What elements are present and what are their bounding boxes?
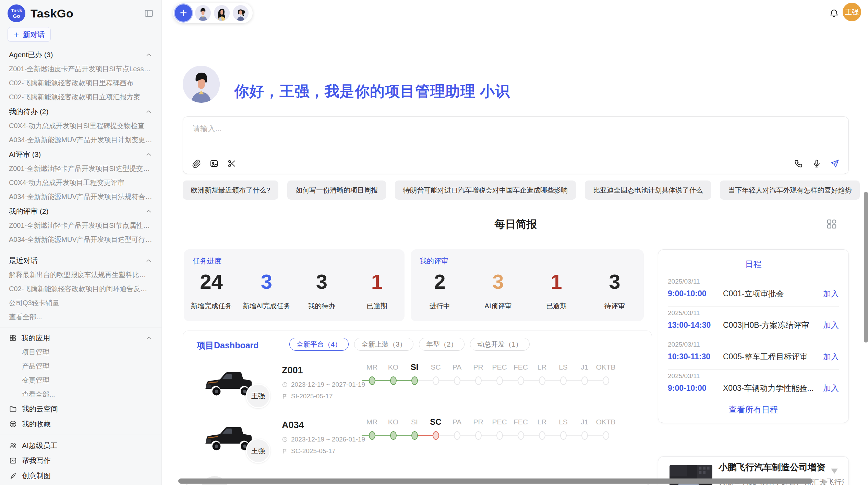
sidebar-item[interactable]: 查看全部...	[0, 310, 161, 324]
sidebar-section-header[interactable]: AI评审 (3)	[0, 147, 161, 162]
chevron-up-icon	[145, 51, 153, 59]
join-link[interactable]: 加入	[823, 320, 839, 331]
new-chat-label: 新对话	[23, 30, 45, 39]
milestone-label: MR	[361, 415, 383, 429]
user-avatar[interactable]: 王强	[843, 3, 861, 21]
event-time: 9:00-10:00	[668, 289, 713, 298]
bell-icon[interactable]	[829, 8, 839, 18]
layout-grid-icon[interactable]	[825, 218, 838, 230]
flag-icon	[282, 393, 288, 399]
sidebar-section-header[interactable]: 最近对话	[0, 253, 161, 268]
sidebar-item[interactable]: A034-全新新能源MUV产品开发项目法规符合性评审	[0, 190, 161, 204]
paperclip-icon[interactable]	[192, 159, 201, 168]
add-assistant-button[interactable]: +	[175, 4, 192, 22]
sidebar-item[interactable]: 解释最新出台的欧盟报废车法规再生塑料比例被调至15%...	[0, 268, 161, 282]
assistant-avatar-1[interactable]	[195, 5, 211, 21]
stat-card-title: 我的评审	[420, 256, 448, 266]
sidebar-item-AI超级员工[interactable]: AI超级员工	[0, 438, 161, 453]
chevron-up-icon	[145, 257, 153, 264]
dashboard-filter[interactable]: 动总开发（1）	[470, 338, 529, 351]
send-icon[interactable]	[830, 159, 840, 168]
schedule-event: 2025/03/119:00-10:00C001-立项审批会加入	[658, 275, 848, 307]
project-dates-text: 2023-12-19 ~ 2027-01-19	[291, 381, 365, 388]
event-name: C005-整车工程目标评审	[723, 351, 823, 362]
sidebar-item[interactable]: 项目管理	[0, 345, 161, 359]
sidebar-item[interactable]: Z001-全新燃油皮卡产品开发项目SI节点Lesson Learn报告	[0, 62, 161, 76]
join-link[interactable]: 加入	[823, 288, 839, 299]
sidebar-item[interactable]: 变更管理	[0, 373, 161, 387]
app-logo-text-bottom: Go	[13, 13, 20, 19]
sidebar-item[interactable]: C02-飞腾新能源轻客改款项目的闭环通告反馈情况	[0, 282, 161, 296]
divider	[0, 327, 161, 327]
milestone-label: KO	[383, 415, 404, 429]
milestone-dot	[560, 376, 567, 385]
sidebar-item[interactable]: 查看全部...	[0, 387, 161, 401]
suggestion-chip[interactable]: 特朗普可能对进口汽车增税会对中国车企造成哪些影响	[395, 181, 576, 200]
chat-composer	[183, 116, 849, 174]
sidebar-item-帮我写作[interactable]: 帮我写作	[0, 453, 161, 468]
sidebar-section-header[interactable]: 我的应用	[0, 331, 161, 345]
chat-input[interactable]	[193, 124, 775, 146]
milestone: FEC	[510, 360, 531, 401]
assistant-greeting-avatar	[183, 66, 220, 103]
sidebar-section-header[interactable]: 我的评审 (2)	[0, 204, 161, 219]
horizontal-scrollbar[interactable]	[178, 478, 812, 484]
dashboard-filter[interactable]: 全新上装（3）	[354, 338, 413, 351]
milestone: OKTB	[595, 360, 616, 401]
milestone: MR	[361, 415, 383, 456]
sidebar-item[interactable]: C0X4-动力总成开发项目SI里程碑提交物检查	[0, 119, 161, 133]
dashboard-filter[interactable]: 年型（2）	[419, 338, 465, 351]
sidebar-item[interactable]: A034-全新新能源MUV产品开发项目造型可行性评审	[0, 233, 161, 247]
sidebar-item-创意制图[interactable]: 创意制图	[0, 468, 161, 483]
join-link[interactable]: 加入	[823, 351, 839, 362]
scroll-down-arrow-icon[interactable]	[831, 469, 838, 474]
app-logo-text-top: Task	[11, 8, 22, 13]
dashboard-filter[interactable]: 全新平台（4）	[289, 338, 349, 351]
vertical-scrollbar[interactable]	[864, 192, 868, 343]
sidebar-header: Task Go TaskGo	[0, 0, 161, 25]
sidebar-item[interactable]: C02-飞腾新能源轻客改款项目里程碑画布	[0, 76, 161, 90]
schedule-title: 日程	[658, 259, 848, 270]
sidebar-section-header[interactable]: Agent已办 (3)	[0, 47, 161, 62]
star-badge-icon	[9, 420, 17, 428]
sidebar-item[interactable]: C02-飞腾新能源轻客改款项目立项汇报方案	[0, 90, 161, 104]
sidebar-item[interactable]: A034-全新新能源MUV产品开发项目计划变更表编写	[0, 133, 161, 147]
sidebar-item[interactable]: Z001-全新燃油轻卡产品开发项目SI造型提交物评审	[0, 162, 161, 176]
project-owner-badge: 王强	[246, 438, 270, 463]
milestone: LS	[553, 360, 574, 401]
scissors-icon[interactable]	[227, 159, 236, 168]
sidebar-item-我的云空间[interactable]: 我的云空间	[0, 401, 161, 416]
project-dashboard-card: 项目Dashboard 全新平台（4）全新上装（3）年型（2）动总开发（1） 王…	[183, 331, 652, 485]
collapse-panel-icon[interactable]	[144, 8, 154, 18]
microphone-icon[interactable]	[812, 159, 821, 168]
assistant-avatar-3[interactable]	[233, 5, 249, 21]
sidebar-item[interactable]: Z001-全新燃油轻卡产品开发项目SI节点属性5D文件评审	[0, 219, 161, 233]
suggestion-chip[interactable]: 如何写一份清晰的项目周报	[287, 181, 386, 200]
sidebar-item-我的收藏[interactable]: 我的收藏	[0, 416, 161, 432]
stat-item: 1已逾期	[527, 271, 586, 311]
assistant-avatar-2[interactable]	[214, 5, 230, 21]
stat-item: 1已逾期	[349, 271, 405, 311]
milestone: OKTB	[595, 415, 616, 456]
sidebar-section-header[interactable]: 我的待办 (2)	[0, 104, 161, 119]
event-date: 2025/03/11	[668, 372, 839, 380]
app-title: TaskGo	[31, 7, 73, 20]
sidebar-item[interactable]: C0X4-动力总成开发项目工程变更评审	[0, 176, 161, 190]
sidebar-item[interactable]: 公司Q3轻卡销量	[0, 296, 161, 310]
scroll-right-arrow-icon[interactable]	[823, 479, 828, 485]
suggestion-chip[interactable]: 当下年轻人对汽车外观有怎样的喜好趋势	[720, 181, 860, 200]
event-time: 13:00-14:30	[668, 321, 713, 330]
view-all-schedule-link[interactable]: 查看所有日程	[658, 404, 848, 415]
sidebar-item[interactable]: 产品管理	[0, 359, 161, 373]
suggestion-chip[interactable]: 欧洲新规最近颁布了什么?	[183, 181, 278, 200]
join-link[interactable]: 加入	[823, 383, 839, 394]
phone-icon[interactable]	[794, 159, 803, 168]
milestone-dot	[581, 431, 588, 440]
milestone-label: PEC	[489, 360, 510, 374]
new-chat-button[interactable]: + 新对话	[8, 27, 51, 42]
suggestion-chip[interactable]: 比亚迪全固态电池计划具体说了什么	[585, 181, 711, 200]
image-icon[interactable]	[209, 159, 219, 168]
milestone-dot	[475, 431, 482, 440]
sidebar-item-label: AI超级员工	[22, 441, 58, 450]
milestone-dot	[539, 431, 545, 440]
